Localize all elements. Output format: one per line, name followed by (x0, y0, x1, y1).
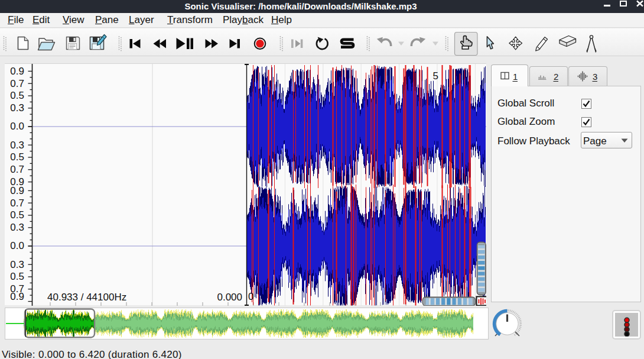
svg-text:1: 1 (513, 72, 518, 82)
svg-text:0.000: 0.000 (217, 292, 242, 303)
svg-text:0: 0 (248, 291, 253, 302)
svg-text:3: 3 (593, 72, 597, 82)
svg-text:5: 5 (433, 70, 438, 82)
svg-text:2: 2 (554, 72, 558, 82)
svg-text:40.933 / 44100Hz: 40.933 / 44100Hz (47, 292, 126, 303)
